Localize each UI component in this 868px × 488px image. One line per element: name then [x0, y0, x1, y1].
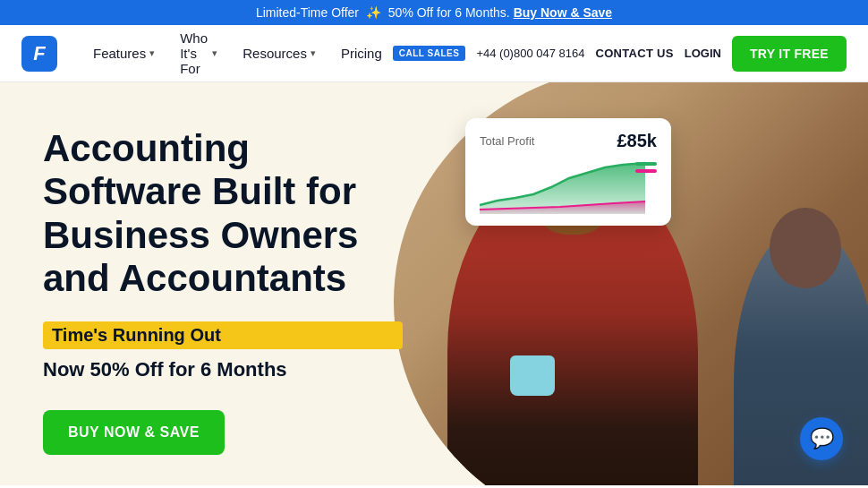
legend-pink-line	[635, 169, 657, 173]
chart-card: Total Profit £85k	[465, 118, 671, 226]
legend-green-line	[635, 162, 657, 166]
logo-letter: F	[33, 42, 45, 65]
call-sales-badge[interactable]: CALL SALES	[393, 46, 466, 61]
phone-number: +44 (0)800 047 8164	[476, 47, 584, 60]
login-link[interactable]: LOGIN	[685, 47, 721, 60]
person-second-head	[770, 208, 841, 288]
try-free-button[interactable]: TRY IT FREE	[732, 36, 847, 72]
nav-item-resources[interactable]: Resources ▾	[232, 39, 327, 68]
hero-section: Accounting Software Built for Business O…	[0, 82, 868, 485]
promo-banner: Limited-Time Offer ✨ 50% Off for 6 Month…	[0, 0, 868, 25]
banner-offer-detail: 50% Off for 6 Months.	[388, 5, 510, 20]
hero-heading: Accounting Software Built for Business O…	[43, 127, 403, 300]
chat-icon: 💬	[810, 427, 834, 450]
urgency-badge: Time's Running Out	[43, 321, 403, 349]
nav-features-label: Features	[93, 46, 146, 61]
mug	[510, 355, 555, 396]
banner-offer-text: Limited-Time Offer	[256, 5, 359, 20]
hero-image-area: Total Profit £85k	[394, 82, 868, 485]
sparkle-icon: ✨	[366, 5, 381, 20]
logo[interactable]: F	[21, 36, 57, 72]
chat-bubble-button[interactable]: 💬	[800, 417, 843, 460]
nav-resources-label: Resources	[243, 46, 307, 61]
offer-text: Now 50% Off for 6 Months	[43, 358, 403, 381]
contact-us-link[interactable]: CONTACT US	[595, 47, 673, 60]
chart-value: £85k	[617, 131, 658, 151]
chevron-down-icon: ▾	[311, 47, 316, 59]
buy-now-button[interactable]: BUY NOW & SAVE	[43, 410, 225, 455]
chart-header: Total Profit £85k	[480, 131, 657, 151]
chart-label: Total Profit	[480, 134, 534, 148]
chevron-down-icon: ▾	[212, 47, 217, 59]
nav-links: Features ▾ Who It's For ▾ Resources ▾ Pr…	[82, 23, 393, 83]
nav-item-who-its-for[interactable]: Who It's For ▾	[169, 23, 228, 83]
navbar: F Features ▾ Who It's For ▾ Resources ▾ …	[0, 25, 868, 82]
hero-left: Accounting Software Built for Business O…	[0, 82, 438, 485]
chart-area	[480, 160, 657, 214]
nav-item-pricing[interactable]: Pricing	[330, 39, 393, 68]
chart-legend	[635, 162, 657, 173]
logo-box: F	[21, 36, 57, 72]
profit-chart-svg	[480, 160, 645, 214]
chevron-down-icon: ▾	[149, 47, 155, 59]
nav-item-features[interactable]: Features ▾	[82, 39, 166, 68]
nav-who-label: Who It's For	[180, 30, 208, 76]
nav-pricing-label: Pricing	[341, 46, 382, 61]
banner-cta-link[interactable]: Buy Now & Save	[514, 5, 612, 20]
nav-right: CALL SALES +44 (0)800 047 8164 CONTACT U…	[393, 36, 847, 72]
